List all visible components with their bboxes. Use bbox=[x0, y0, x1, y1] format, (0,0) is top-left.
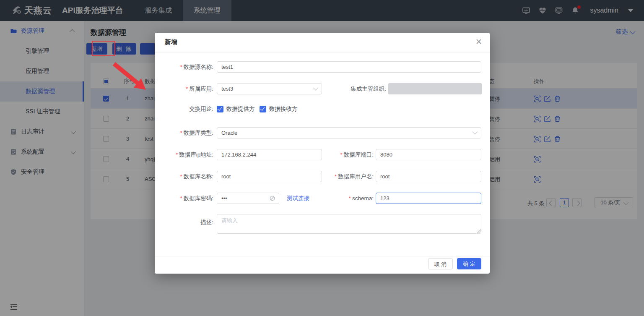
modal-header-divider bbox=[155, 52, 490, 52]
modal-footer-divider bbox=[155, 256, 490, 256]
required-mark: * bbox=[180, 195, 182, 201]
datasource-name-input[interactable] bbox=[217, 61, 481, 73]
required-mark: * bbox=[186, 86, 188, 92]
field-label-datasource-name: *数据源名称: bbox=[155, 61, 213, 73]
confirm-button[interactable]: 确 定 bbox=[457, 258, 481, 269]
field-label-db-type: *数据库类型: bbox=[155, 127, 213, 138]
field-label-org: 集成主管组织: bbox=[314, 83, 386, 94]
app-screen: 天燕云 API服务治理平台 服务集成 系统管理 API sysadmin bbox=[0, 0, 644, 316]
field-label-db-port: *数据库端口: bbox=[314, 149, 374, 160]
required-mark: * bbox=[176, 151, 178, 158]
field-label-db-ip: *数据库ip地址: bbox=[155, 149, 213, 160]
required-mark: * bbox=[335, 173, 337, 180]
test-connection-link[interactable]: 测试连接 bbox=[287, 193, 309, 204]
owning-app-select[interactable] bbox=[217, 83, 322, 94]
description-textarea[interactable] bbox=[217, 214, 481, 234]
db-ip-input[interactable] bbox=[217, 149, 322, 160]
receiver-checkbox-label: 数据接收方 bbox=[269, 106, 298, 112]
field-label-exchange-purpose: 交换用途: bbox=[155, 106, 213, 112]
close-icon[interactable]: ✕ bbox=[475, 37, 482, 46]
db-name-input[interactable] bbox=[217, 171, 322, 182]
org-input-disabled bbox=[388, 83, 482, 94]
required-mark: * bbox=[180, 130, 182, 136]
field-label-description: 描述: bbox=[155, 217, 213, 228]
db-type-select[interactable] bbox=[217, 127, 481, 138]
modal-title: 新增 bbox=[165, 38, 177, 46]
required-mark: * bbox=[180, 64, 182, 70]
db-user-input[interactable] bbox=[376, 171, 481, 182]
field-label-db-user: *数据库用户名: bbox=[314, 171, 374, 182]
required-mark: * bbox=[340, 151, 342, 158]
db-port-input[interactable] bbox=[376, 149, 481, 160]
field-label-db-password: *数据库密码: bbox=[155, 193, 213, 204]
receiver-checkbox[interactable] bbox=[260, 106, 266, 112]
field-label-owning-app: *所属应用: bbox=[155, 83, 213, 94]
add-datasource-modal: 新增 ✕ *数据源名称: *所属应用: 集成主管组织: 交换用途: 数据提供方 … bbox=[155, 33, 490, 274]
provider-checkbox-label: 数据提供方 bbox=[226, 106, 255, 112]
eye-off-icon[interactable] bbox=[269, 195, 276, 202]
field-label-db-name: *数据库名称: bbox=[155, 171, 213, 182]
required-mark: * bbox=[349, 195, 351, 201]
required-mark: * bbox=[180, 173, 182, 180]
field-label-schema: *schema: bbox=[314, 193, 374, 204]
provider-checkbox[interactable] bbox=[217, 106, 223, 112]
cancel-button[interactable]: 取 消 bbox=[428, 258, 453, 269]
schema-input[interactable] bbox=[376, 193, 481, 204]
